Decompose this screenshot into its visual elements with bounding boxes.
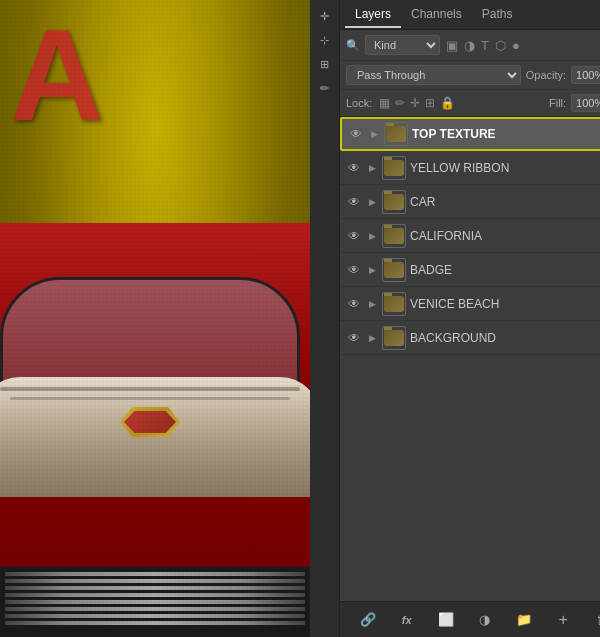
layer-visibility-toggle[interactable]: 👁 <box>346 262 362 278</box>
grille-bar <box>5 586 305 590</box>
link-icon[interactable]: 🔗 <box>357 609 379 631</box>
new-group-icon[interactable]: 📁 <box>513 609 535 631</box>
layer-visibility-toggle[interactable]: 👁 <box>346 228 362 244</box>
layer-visibility-toggle[interactable]: 👁 <box>348 126 364 142</box>
layer-expand-arrow[interactable]: ▶ <box>366 162 378 174</box>
layer-item[interactable]: 👁▶TOP TEXTURE <box>340 117 600 151</box>
layer-name: TOP TEXTURE <box>412 127 600 141</box>
lock-pixels-icon[interactable]: ✏ <box>395 96 405 110</box>
smart-filter-icon[interactable]: ● <box>511 37 521 54</box>
car-body <box>0 277 310 557</box>
filter-type-icons: ▣ ◑ T ⬡ ● <box>445 37 521 54</box>
lock-artboards-icon[interactable]: ⊞ <box>425 96 435 110</box>
blend-mode-select[interactable]: Pass Through <box>346 65 521 85</box>
folder-icon <box>384 160 404 176</box>
paint-tool[interactable]: ✏ <box>314 77 336 99</box>
filter-kind-select[interactable]: Kind <box>365 35 440 55</box>
layer-thumbnail <box>382 190 406 214</box>
folder-icon <box>384 330 404 346</box>
layer-name: VENICE BEACH <box>410 297 600 311</box>
layer-item[interactable]: 👁▶BACKGROUND <box>340 321 600 355</box>
layer-name: CALIFORNIA <box>410 229 600 243</box>
filter-row: 🔍 Kind ▣ ◑ T ⬡ ● <box>340 30 600 61</box>
layer-thumbnail <box>382 292 406 316</box>
lock-transparency-icon[interactable]: ▦ <box>379 96 390 110</box>
layer-item[interactable]: 👁▶CAR <box>340 185 600 219</box>
move-tool[interactable]: ✛ <box>314 5 336 27</box>
adjustment-filter-icon[interactable]: ◑ <box>463 37 476 54</box>
car-hood <box>0 377 310 497</box>
transform-tool[interactable]: ⊞ <box>314 53 336 75</box>
blend-mode-row: Pass Through Opacity: ▼ <box>340 61 600 90</box>
car-grille <box>0 567 310 637</box>
panel-bottom-toolbar: 🔗 fx ⬜ ◑ 📁 + 🗑 <box>340 601 600 637</box>
lock-all-icon[interactable]: 🔒 <box>440 96 455 110</box>
lock-icons: ▦ ✏ ✛ ⊞ 🔒 <box>379 96 455 110</box>
grille-bar <box>5 593 305 597</box>
emblem-inner <box>124 411 176 433</box>
layer-thumbnail <box>384 122 408 146</box>
layer-expand-arrow[interactable]: ▶ <box>366 230 378 242</box>
select-tool[interactable]: ⊹ <box>314 29 336 51</box>
layer-name: CAR <box>410 195 600 209</box>
folder-icon <box>384 194 404 210</box>
grille-bar <box>5 600 305 604</box>
new-layer-icon[interactable]: + <box>552 609 574 631</box>
layer-expand-arrow[interactable]: ▶ <box>366 196 378 208</box>
fill-input[interactable] <box>571 94 600 112</box>
fx-icon[interactable]: fx <box>396 609 418 631</box>
layer-expand-arrow[interactable]: ▶ <box>366 298 378 310</box>
opacity-label: Opacity: <box>526 69 566 81</box>
layer-thumbnail <box>382 224 406 248</box>
layer-visibility-toggle[interactable]: 👁 <box>346 330 362 346</box>
type-filter-icon[interactable]: T <box>480 37 490 54</box>
grille-bar <box>5 621 305 625</box>
poster-letter: A <box>10 10 104 140</box>
lock-position-icon[interactable]: ✛ <box>410 96 420 110</box>
layer-item[interactable]: 👁▶CALIFORNIA <box>340 219 600 253</box>
grille-bar <box>5 579 305 583</box>
left-toolbar: ✛ ⊹ ⊞ ✏ <box>310 0 340 637</box>
layer-thumbnail <box>382 326 406 350</box>
tab-layers[interactable]: Layers <box>345 2 401 28</box>
layer-name: YELLOW RIBBON <box>410 161 600 175</box>
panel-tabs: Layers Channels Paths ☰ <box>340 0 600 30</box>
layer-visibility-toggle[interactable]: 👁 <box>346 160 362 176</box>
folder-icon <box>384 262 404 278</box>
layers-list: 👁▶TOP TEXTURE👁▶YELLOW RIBBON👁▶CAR👁▶CALIF… <box>340 117 600 601</box>
layer-expand-arrow[interactable]: ▶ <box>366 264 378 276</box>
lock-label: Lock: <box>346 97 372 109</box>
car-emblem <box>120 407 180 437</box>
add-mask-icon[interactable]: ⬜ <box>435 609 457 631</box>
tab-channels[interactable]: Channels <box>401 2 472 28</box>
hood-line <box>10 397 290 400</box>
pixel-filter-icon[interactable]: ▣ <box>445 37 459 54</box>
tab-paths[interactable]: Paths <box>472 2 523 28</box>
grille-bar <box>5 614 305 618</box>
fill-label: Fill: <box>549 97 566 109</box>
grille-bars <box>5 572 305 632</box>
layer-thumbnail <box>382 258 406 282</box>
layer-thumbnail <box>382 156 406 180</box>
canvas-area: A <box>0 0 310 637</box>
grille-bar <box>5 607 305 611</box>
opacity-input[interactable] <box>571 66 600 84</box>
folder-icon <box>386 126 406 142</box>
layer-visibility-toggle[interactable]: 👁 <box>346 296 362 312</box>
layers-panel: Layers Channels Paths ☰ 🔍 Kind ▣ ◑ T ⬡ ●… <box>340 0 600 637</box>
folder-icon <box>384 296 404 312</box>
delete-layer-icon[interactable]: 🗑 <box>591 609 600 631</box>
shape-filter-icon[interactable]: ⬡ <box>494 37 507 54</box>
layer-item[interactable]: 👁▶VENICE BEACH <box>340 287 600 321</box>
layer-expand-arrow[interactable]: ▶ <box>366 332 378 344</box>
layer-item[interactable]: 👁▶YELLOW RIBBON <box>340 151 600 185</box>
hood-detail <box>0 387 300 391</box>
layer-expand-arrow[interactable]: ▶ <box>368 128 380 140</box>
adjustment-layer-icon[interactable]: ◑ <box>474 609 496 631</box>
lock-row: Lock: ▦ ✏ ✛ ⊞ 🔒 Fill: ▼ <box>340 90 600 117</box>
layer-item[interactable]: 👁▶BADGE <box>340 253 600 287</box>
layer-visibility-toggle[interactable]: 👁 <box>346 194 362 210</box>
layer-name: BACKGROUND <box>410 331 600 345</box>
filter-search-icon: 🔍 <box>346 39 360 52</box>
layer-name: BADGE <box>410 263 600 277</box>
